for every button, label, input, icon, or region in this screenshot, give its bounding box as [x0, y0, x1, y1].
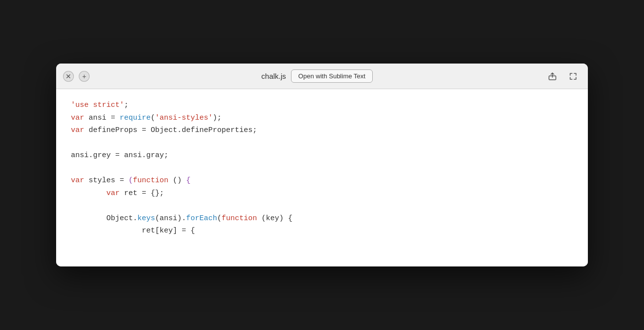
code-token: ansi.grey = ansi.gray; [71, 151, 168, 160]
code-token: ); [213, 114, 222, 122]
code-token: ( [129, 176, 133, 185]
code-line-2: var ansi = require('ansi-styles'); [71, 112, 573, 125]
code-token: require [120, 114, 151, 122]
code-token: function [222, 214, 257, 223]
code-token: keys [137, 214, 155, 223]
code-token: ret = {}; [120, 189, 164, 198]
code-token: defineProps = Object.defineProperties; [84, 126, 257, 134]
code-token: function [133, 176, 168, 185]
code-token: ( [217, 214, 222, 223]
code-line-5: ansi.grey = ansi.gray; [71, 149, 573, 162]
code-token: ; [124, 101, 129, 109]
code-line-8: var ret = {}; [71, 187, 573, 200]
code-line-7: var styles = (function () { [71, 174, 573, 187]
open-with-sublime-button[interactable]: Open with Sublime Text [291, 69, 373, 83]
code-token: forEach [186, 214, 217, 223]
add-button[interactable]: + [79, 71, 90, 82]
code-line-10: Object.keys(ansi).forEach(function (key)… [71, 212, 573, 225]
code-token: var [71, 126, 84, 134]
code-line-9 [71, 199, 573, 212]
code-token: () [168, 176, 186, 185]
code-token: Object. [106, 214, 137, 223]
titlebar-center: chalk.js Open with Sublime Text [261, 69, 373, 83]
fullscreen-button[interactable] [565, 68, 581, 84]
code-line-6 [71, 162, 573, 175]
code-token: styles = [84, 176, 129, 185]
code-token: ( [151, 114, 155, 122]
code-line-11: ret[key] = { [71, 225, 573, 237]
expand-icon [569, 72, 578, 81]
titlebar: ✕ + chalk.js Open with Sublime Text [56, 64, 588, 89]
share-button[interactable] [545, 68, 560, 84]
code-viewer: 'use strict'; var ansi = require('ansi-s… [56, 89, 588, 266]
code-line-3: var defineProps = Object.definePropertie… [71, 124, 573, 137]
code-token: { [186, 176, 191, 185]
code-token: (ansi). [155, 214, 186, 223]
code-token: var [71, 176, 84, 185]
code-token: ret[key] = { [142, 227, 195, 235]
share-icon [548, 72, 557, 81]
code-token: 'use strict' [71, 101, 124, 109]
code-line-1: 'use strict'; [71, 99, 573, 112]
titlebar-left: ✕ + [63, 71, 90, 82]
titlebar-right [545, 68, 581, 84]
code-token: var [106, 189, 120, 198]
code-token: ansi = [84, 114, 120, 122]
main-window: ✕ + chalk.js Open with Sublime Text 'us [56, 64, 588, 266]
close-button[interactable]: ✕ [63, 71, 74, 82]
code-token: var [71, 114, 84, 122]
code-token: 'ansi-styles' [155, 114, 213, 122]
code-line-4 [71, 137, 573, 150]
code-token: (key) { [257, 214, 292, 223]
filename-label: chalk.js [261, 72, 286, 80]
